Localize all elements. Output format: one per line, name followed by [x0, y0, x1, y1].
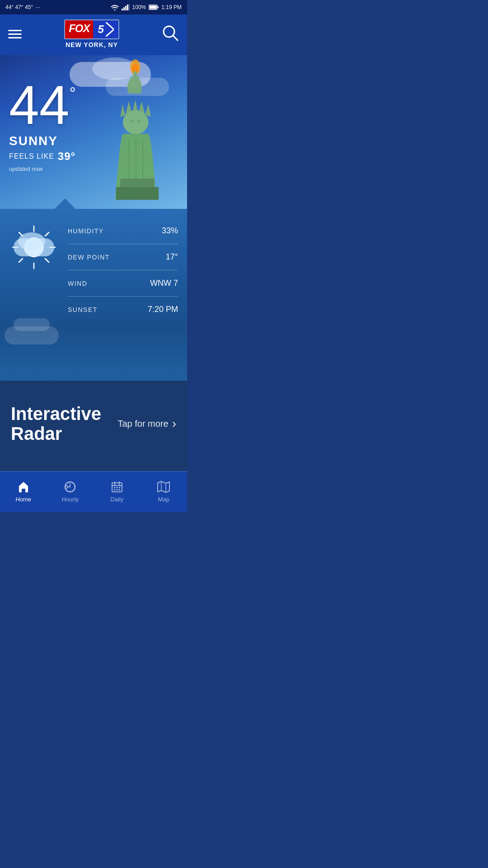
svg-rect-1	[123, 7, 125, 10]
status-temps: 44° 47° 45°	[5, 4, 33, 10]
search-button[interactable]	[162, 24, 179, 43]
header: FOX 5 NEW YORK, NY	[0, 14, 187, 55]
svg-rect-2	[125, 6, 127, 10]
wind-label: WIND	[68, 280, 87, 287]
weather-hero: 44 ° SUNNY FEELS LIKE 39° updated now	[0, 55, 187, 209]
city-label: NEW YORK, NY	[66, 41, 118, 48]
svg-rect-39	[116, 489, 117, 491]
nav-map-label: Map	[158, 496, 169, 503]
svg-point-16	[137, 119, 141, 123]
degree-symbol: °	[69, 84, 75, 103]
svg-rect-4	[129, 4, 130, 10]
nav-hourly-label: Hourly	[61, 496, 79, 503]
svg-rect-6	[150, 6, 157, 9]
svg-line-25	[45, 232, 49, 236]
status-dots: ···	[36, 4, 40, 10]
feels-like-label: FEELS LIKE	[9, 152, 54, 160]
radar-section[interactable]: InteractiveRadar Tap for more ›	[0, 381, 187, 471]
sunset-row: SUNSET 7:20 PM	[68, 297, 178, 322]
humidity-row: HUMIDITY 33%	[68, 218, 178, 244]
sunset-value: 7:20 PM	[148, 305, 178, 314]
svg-rect-36	[116, 487, 117, 488]
svg-rect-18	[116, 187, 159, 200]
wifi-icon	[111, 4, 119, 10]
svg-point-15	[130, 119, 134, 123]
bottom-nav: Home Hourly Daily	[0, 471, 187, 512]
radar-tap-button[interactable]: Tap for more ›	[117, 416, 176, 431]
temperature-value: 44	[9, 78, 69, 132]
signal-icon	[122, 4, 130, 10]
svg-line-9	[173, 36, 178, 40]
wind-row: WIND WNW 7	[68, 270, 178, 297]
logo-container: FOX 5 NEW YORK, NY	[64, 19, 119, 48]
dew-point-row: DEW POINT 17°	[68, 244, 178, 270]
statue-image	[92, 55, 183, 200]
updated-time: updated now	[9, 165, 76, 172]
svg-rect-7	[158, 6, 159, 8]
svg-rect-40	[119, 489, 120, 491]
radar-title: InteractiveRadar	[11, 404, 101, 443]
humidity-value: 33%	[162, 226, 178, 236]
nav-item-home[interactable]: Home	[0, 472, 47, 512]
cloud-decoration-2	[14, 318, 50, 331]
tap-for-more-label: Tap for more	[117, 419, 168, 429]
status-temps-area: 44° 47° 45° ···	[5, 4, 40, 10]
sunset-label: SUNSET	[68, 306, 98, 313]
chevron-right-icon: ›	[172, 416, 176, 431]
svg-rect-0	[122, 9, 123, 10]
search-icon	[162, 24, 179, 42]
home-icon	[17, 481, 30, 493]
svg-point-14	[123, 110, 148, 134]
nav-item-map[interactable]: Map	[141, 472, 188, 512]
menu-button[interactable]	[8, 30, 22, 38]
weather-condition: SUNNY	[9, 134, 76, 148]
clock-icon	[64, 481, 76, 493]
pointer-triangle	[54, 198, 76, 209]
svg-rect-37	[119, 487, 120, 488]
weather-details: HUMIDITY 33% DEW POINT 17° WIND WNW 7 SU…	[0, 209, 187, 381]
feels-like-row: FEELS LIKE 39°	[9, 150, 76, 163]
fox-logo-text: FOX	[65, 20, 93, 38]
status-time: 1:19 PM	[161, 4, 182, 10]
details-table: HUMIDITY 33% DEW POINT 17° WIND WNW 7 SU…	[68, 218, 178, 322]
svg-rect-3	[127, 5, 128, 10]
svg-rect-35	[114, 487, 115, 488]
fox5-num: 5	[93, 20, 118, 38]
battery-icon	[149, 5, 159, 10]
nav-home-label: Home	[15, 496, 31, 503]
wind-value: WNW 7	[150, 278, 178, 288]
svg-line-24	[45, 259, 49, 262]
nav-item-hourly[interactable]: Hourly	[47, 472, 94, 512]
feels-like-temp: 39°	[58, 150, 75, 163]
nav-daily-label: Daily	[110, 496, 123, 503]
calendar-icon	[111, 481, 123, 493]
svg-rect-38	[114, 489, 115, 491]
weather-info: 44 ° SUNNY FEELS LIKE 39° updated now	[9, 78, 76, 172]
nav-item-daily[interactable]: Daily	[94, 472, 141, 512]
dew-point-value: 17°	[166, 252, 178, 262]
humidity-label: HUMIDITY	[68, 227, 104, 235]
svg-line-26	[19, 259, 23, 262]
dew-point-label: DEW POINT	[68, 254, 110, 261]
map-icon	[157, 481, 170, 493]
status-bar: 44° 47° 45° ··· 100% 1:19 PM	[0, 0, 187, 14]
battery-percent: 100%	[132, 4, 146, 10]
status-right-area: 100% 1:19 PM	[111, 4, 182, 10]
